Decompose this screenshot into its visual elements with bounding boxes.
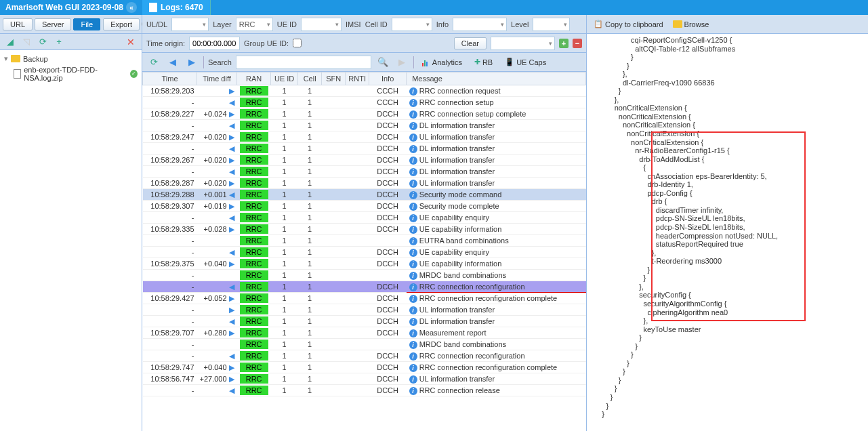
col-info[interactable]: Info [369,73,407,85]
table-row[interactable]: 10:58:29.335+0.028 ▶RRC11DCCHiUE capabil… [143,224,586,235]
level-label: Level [511,20,529,28]
table-row[interactable]: - ◀RRC11DCCHiRRC connection release [143,385,586,396]
rb-button[interactable]: ✚ RB [470,56,497,68]
ueid-combo[interactable] [301,18,342,31]
export-button[interactable]: Export [103,18,140,30]
file-icon [14,69,21,79]
folder-icon [11,55,20,62]
nav-fwd-icon[interactable]: ▶ [184,55,199,70]
app-title-text: Amarisoft Web GUI 2023-09-08 [5,3,123,12]
cellid-label: Cell ID [365,20,388,28]
search-next-icon[interactable]: ▶ [394,55,409,70]
col-message[interactable]: Message [407,73,586,85]
table-row[interactable]: - ◀RRC11DCCHiRRC connection reconfigurat… [143,281,586,293]
info-label: Info [436,20,449,28]
table-row[interactable]: - ◀RRC11DCCHiDL information transfer [143,166,586,178]
table-row[interactable]: 10:58:29.288+0.001 ◀RRC11DCCHiSecurity m… [143,189,586,201]
file-tree: ▾ Backup enb-export-TDD-FDD-NSA.log.zip … [0,50,142,420]
clear-button[interactable]: Clear [454,37,487,49]
table-row[interactable]: 10:58:29.747+0.040 ▶RRC11DCCHiRRC connec… [143,362,586,373]
binoculars-icon[interactable]: 🔍 [375,55,390,70]
tree-file-item[interactable]: enb-export-TDD-FDD-NSA.log.zip ✓ [1,64,140,83]
folder-icon [673,20,682,28]
log-table: Time Time diff RAN UE ID Cell SFN RNTI I… [142,72,586,396]
minus-icon[interactable]: − [573,39,582,48]
cellid-combo[interactable] [392,18,432,31]
table-row[interactable]: - RRC11iMRDC band combinations [143,339,586,350]
history-combo[interactable] [491,37,555,50]
left-scrollbar[interactable] [0,420,142,431]
table-row[interactable]: - RRC11iEUTRA band combinations [143,235,586,247]
col-time[interactable]: Time [143,73,197,85]
table-row[interactable]: - ◀RRC11CCCHiRRC connection setup [143,97,586,108]
ueid-label: UE ID [277,20,297,28]
refresh2-icon[interactable]: ⟳ [146,55,161,70]
expand-icon[interactable]: ◢ [3,35,18,49]
info-combo[interactable] [453,18,507,31]
detail-text[interactable]: cqi-ReportConfigSCell-v1250 { altCQI-Tab… [587,34,868,420]
table-row[interactable]: 10:58:29.287+0.020 ▶RRC11DCCHiUL informa… [143,178,586,189]
title-bar: Amarisoft Web GUI 2023-09-08 « Logs: 647… [0,0,868,15]
collapse-icon[interactable]: ◹ [19,35,34,49]
col-cell[interactable]: Cell [298,73,322,85]
group-ueid-checkbox[interactable] [293,39,302,47]
time-origin-input[interactable] [189,37,240,50]
col-ueid[interactable]: UE ID [271,73,298,85]
rb-icon: ✚ [474,58,480,66]
tree-folder-backup[interactable]: ▾ Backup [1,53,140,64]
level-combo[interactable] [533,18,570,31]
imsi-label: IMSI [346,20,361,28]
phone-icon: 📱 [505,58,514,66]
col-timediff[interactable]: Time diff [197,73,237,85]
uldl-label: UL/DL [146,20,167,28]
tab-logs-label: Logs: 6470 [161,3,203,12]
add-icon[interactable]: + [51,35,66,49]
table-row[interactable]: 10:58:56.747+27.000 ▶RRC11DCCHiUL inform… [143,373,586,385]
server-button[interactable]: Server [35,18,71,30]
group-ueid-label: Group UE ID: [244,39,289,47]
table-row[interactable]: - ◀RRC11DCCHiDL information transfer [143,316,586,327]
table-row[interactable]: - ◀RRC11DCCHiUE capability enquiry [143,212,586,224]
col-rnti[interactable]: RNTI [346,73,369,85]
col-sfn[interactable]: SFN [322,73,346,85]
file-button[interactable]: File [73,18,100,30]
chart-icon [422,58,430,66]
nav-back-icon[interactable]: ◀ [165,55,180,70]
table-row[interactable]: - RRC11iMRDC band combinations [143,270,586,281]
search-label: Search [208,58,232,66]
analytics-button[interactable]: Analytics [418,57,466,68]
document-icon [149,3,157,12]
table-row[interactable]: 10:58:29.267+0.020 ▶RRC11DCCHiUL informa… [143,155,586,166]
table-row[interactable]: 10:58:29.227+0.024 ▶RRC11DCCHiRRC connec… [143,108,586,120]
layer-label: Layer [213,20,232,28]
table-row[interactable]: 10:58:29.247+0.020 ▶RRC11DCCHiUL informa… [143,131,586,143]
table-row[interactable]: - ◀RRC11DCCHiDL information transfer [143,143,586,155]
copy-clipboard-button[interactable]: 📋 Copy to clipboard [590,18,667,30]
plus-icon[interactable]: + [559,39,569,48]
browse-button[interactable]: Browse [669,19,714,30]
table-row[interactable]: 10:58:29.427+0.052 ▶RRC11DCCHiRRC connec… [143,293,586,304]
table-row[interactable]: 10:58:29.375+0.040 ▶RRC11DCCHiUE capabil… [143,258,586,270]
right-scrollbar[interactable] [587,420,868,431]
layer-combo[interactable]: RRC [236,18,273,31]
table-row[interactable]: 10:58:29.203 ▶RRC11CCCHiRRC connection r… [143,85,586,97]
center-scrollbar[interactable] [142,420,586,431]
uecaps-button[interactable]: 📱 UE Caps [501,56,550,68]
time-origin-label: Time origin: [146,39,185,47]
search-input[interactable] [236,56,371,69]
url-button[interactable]: URL [3,18,33,30]
col-ran[interactable]: RAN [237,73,271,85]
table-row[interactable]: - ◀RRC11DCCHiDL information transfer [143,120,586,131]
close-icon[interactable]: ✕ [123,37,139,47]
tab-logs[interactable]: Logs: 6470 [142,0,211,15]
collapse-left-icon[interactable]: « [126,2,137,13]
table-row[interactable]: - ◀RRC11DCCHiRRC connection reconfigurat… [143,350,586,362]
check-icon: ✓ [130,70,138,78]
table-row[interactable]: 10:58:29.707+0.280 ▶RRC11DCCHiMeasuremen… [143,327,586,339]
refresh-icon[interactable]: ⟳ [35,35,50,49]
table-row[interactable]: - ▶RRC11DCCHiUL information transfer [143,304,586,316]
uldl-combo[interactable] [171,18,209,31]
clipboard-icon: 📋 [594,20,603,28]
table-row[interactable]: 10:58:29.307+0.019 ▶RRC11DCCHiSecurity m… [143,201,586,212]
table-row[interactable]: - ◀RRC11DCCHiUE capability enquiry [143,247,586,258]
